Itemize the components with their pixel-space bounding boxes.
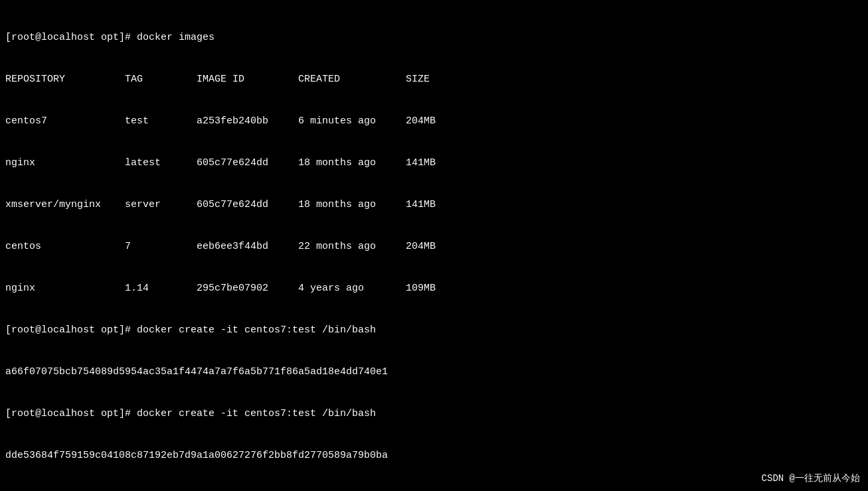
line-10: [root@localhost opt]# docker create -it … xyxy=(5,407,863,421)
line-5: xmserver/mynginx server 605c77e624dd 18 … xyxy=(5,198,863,212)
line-4: nginx latest 605c77e624dd 18 months ago … xyxy=(5,156,863,170)
line-6: centos 7 eeb6ee3f44bd 22 months ago 204M… xyxy=(5,240,863,253)
line-11: dde53684f759159c04108c87192eb7d9a1a00627… xyxy=(5,449,863,462)
line-7: nginx 1.14 295c7be07902 4 years ago 109M… xyxy=(5,281,863,295)
line-3: centos7 test a253feb240bb 6 minutes ago … xyxy=(5,114,863,128)
watermark: CSDN @一往无前从今始 xyxy=(762,472,860,486)
line-9: a66f07075bcb754089d5954ac35a1f4474a7a7f6… xyxy=(5,365,863,379)
line-1: [root@localhost opt]# docker images xyxy=(5,31,863,44)
terminal: [root@localhost opt]# docker images REPO… xyxy=(0,0,868,491)
line-2: REPOSITORY TAG IMAGE ID CREATED SIZE xyxy=(5,72,863,86)
line-8: [root@localhost opt]# docker create -it … xyxy=(5,323,863,337)
